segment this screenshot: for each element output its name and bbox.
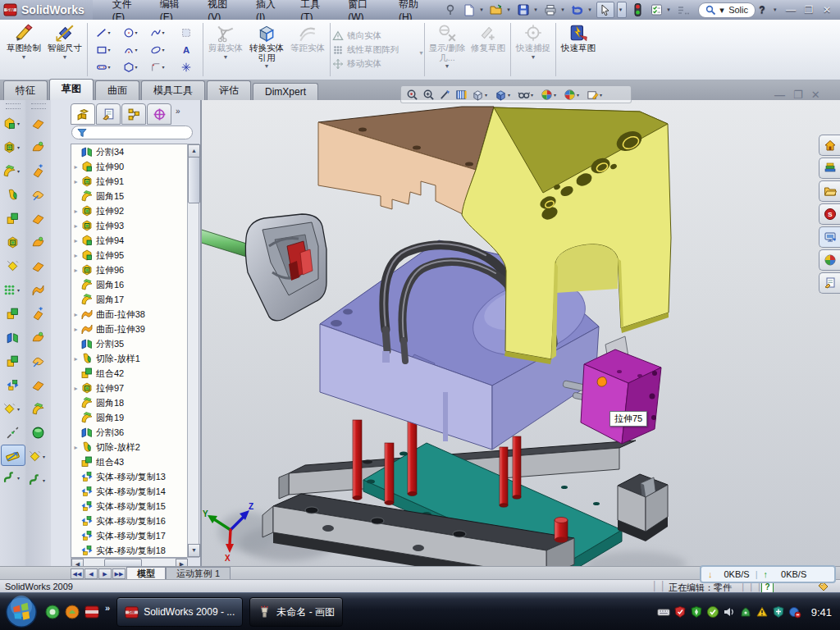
- expand-arrow[interactable]: ▸: [71, 237, 80, 244]
- print-icon[interactable]: [542, 2, 559, 17]
- 3d-model-exploded-mold-assembly[interactable]: Y Z X: [202, 100, 840, 566]
- quicklaunch-media-icon[interactable]: [65, 605, 80, 619]
- select-dropdown[interactable]: ▾: [617, 2, 627, 18]
- surfaces-boundary-surface-button[interactable]: [26, 207, 51, 231]
- doc-restore-button[interactable]: ❐: [793, 89, 803, 101]
- view-settings-icon[interactable]: ▾: [587, 89, 605, 101]
- ribbon-快速草图-button[interactable]: 快速草图: [558, 20, 599, 80]
- tree-item-曲面-拉伸39[interactable]: ▸曲面-拉伸39: [71, 322, 188, 336]
- tree-item-拉伸91[interactable]: ▸拉伸91: [71, 174, 188, 189]
- ribbon-移动实体-button[interactable]: 移动实体: [332, 58, 422, 70]
- command-tab-模具工具[interactable]: 模具工具: [141, 80, 205, 100]
- taskpane-design-library-tab[interactable]: [819, 158, 840, 179]
- toolbar-grip[interactable]: [6, 103, 21, 109]
- tree-vertical-scrollbar[interactable]: ▲ ▼: [187, 144, 199, 558]
- tab-nav-first[interactable]: ◀◀: [71, 568, 84, 579]
- doc-close-button[interactable]: ✕: [811, 89, 820, 101]
- stack-dropdown-arrow[interactable]: ▼: [418, 50, 424, 56]
- scroll-down-button[interactable]: ▼: [188, 544, 200, 557]
- toolbar-grip[interactable]: [31, 103, 46, 109]
- tree-item-拉伸97[interactable]: ▸拉伸97: [71, 381, 188, 395]
- help-icon[interactable]: ?: [756, 4, 769, 16]
- ribbon-显示/删除几...-button[interactable]: 显示/删除几...▼: [427, 20, 468, 80]
- tree-item-圆角18[interactable]: 圆角18: [71, 395, 188, 410]
- arc-icon[interactable]: ▾: [118, 41, 145, 58]
- features-combine-bodies-button[interactable]: [1, 207, 25, 231]
- command-tab-评估[interactable]: 评估: [207, 80, 251, 100]
- traffic-light-icon[interactable]: [629, 2, 646, 17]
- options-checklist-icon[interactable]: [648, 2, 664, 17]
- tab-nav-next[interactable]: ▶: [98, 568, 112, 579]
- point-icon[interactable]: [172, 58, 199, 75]
- surfaces-surface-fillet-button[interactable]: [26, 397, 51, 421]
- tree-item-拉伸90[interactable]: ▸拉伸90: [71, 159, 188, 174]
- expand-arrow[interactable]: ▸: [71, 385, 80, 392]
- help-dropdown[interactable]: ▾: [774, 7, 779, 13]
- surfaces-extend-surface-button[interactable]: [26, 302, 51, 326]
- zoom-fit-icon[interactable]: [406, 89, 418, 101]
- ribbon-修复草图-button[interactable]: 修复草图: [468, 20, 509, 80]
- tab-motion-study[interactable]: 运动算例 1: [166, 567, 231, 580]
- base-right-end-block[interactable]: [618, 474, 668, 541]
- zoom-area-icon[interactable]: [422, 89, 435, 101]
- addins-icon[interactable]: [675, 2, 692, 17]
- expand-arrow[interactable]: ▸: [71, 326, 80, 333]
- ribbon-智能尺寸-button[interactable]: 智能尺寸▼: [44, 20, 85, 80]
- options-dropdown[interactable]: ▾: [667, 7, 673, 13]
- surfaces-surface-curve-button[interactable]: ▾: [26, 468, 51, 492]
- expand-arrow[interactable]: ▸: [71, 163, 80, 171]
- save-icon[interactable]: [515, 2, 532, 17]
- tree-item-实体-移动/复制14[interactable]: 实体-移动/复制14: [71, 484, 188, 499]
- taskpane-file-explorer-tab[interactable]: [819, 180, 840, 202]
- expand-arrow[interactable]: ▸: [71, 222, 80, 230]
- restore-button[interactable]: ❐: [802, 4, 815, 16]
- open-icon[interactable]: [488, 2, 504, 17]
- keyboard-tray-icon[interactable]: [657, 605, 670, 619]
- features-curve-button[interactable]: [1, 421, 25, 445]
- rectangle-icon[interactable]: ▾: [91, 41, 118, 58]
- undo-icon[interactable]: [569, 2, 586, 17]
- tab-property-manager[interactable]: [96, 103, 121, 125]
- surfaces-lofted-surface-button[interactable]: [26, 183, 51, 207]
- taskbar-task-SolidWorks 2009 - ...[interactable]: SWSolidWorks 2009 - ...: [116, 597, 243, 627]
- tab-configuration-manager[interactable]: [121, 103, 146, 125]
- tree-item-圆角17[interactable]: 圆角17: [71, 292, 188, 307]
- dropdown-arrow[interactable]: ▼: [264, 63, 270, 69]
- features-lofted-boss-button[interactable]: [1, 183, 25, 207]
- save-dropdown[interactable]: ▾: [534, 7, 540, 13]
- surfaces-thicken-button[interactable]: [26, 421, 51, 445]
- surfaces-swept-surface-button[interactable]: [26, 159, 51, 183]
- circle-icon[interactable]: ▾: [118, 24, 145, 41]
- messenger-status-tray-icon[interactable]: [788, 605, 801, 619]
- ribbon-快速捕捉-button[interactable]: 快速捕捉▼: [513, 20, 554, 80]
- tab-dimxpert-manager[interactable]: [147, 103, 171, 125]
- surfaces-freeform-surface-button[interactable]: [26, 278, 51, 302]
- search-scope-dropdown[interactable]: ▾: [719, 5, 725, 16]
- hide-show-items-icon[interactable]: ▾: [518, 89, 536, 101]
- expand-arrow[interactable]: ▸: [71, 355, 80, 363]
- expand-arrow[interactable]: ▸: [71, 178, 80, 185]
- magenta-slide-block[interactable]: [581, 349, 661, 444]
- tree-item-曲面-拉伸38[interactable]: ▸曲面-拉伸38: [71, 307, 188, 322]
- line-icon[interactable]: ▾: [91, 24, 118, 41]
- features-reference-geometry-button[interactable]: ▾: [1, 397, 25, 421]
- features-fillet-button[interactable]: ▾: [1, 159, 25, 183]
- tree-item-拉伸93[interactable]: ▸拉伸93: [71, 218, 188, 233]
- search-box[interactable]: ▾ Solic: [698, 2, 756, 18]
- surfaces-trim-surface-button[interactable]: [26, 326, 51, 349]
- pin-icon[interactable]: [442, 2, 459, 17]
- sketch-fillet-icon[interactable]: ▾: [145, 58, 172, 75]
- tree-item-分割36[interactable]: 分割36: [71, 425, 188, 440]
- volume-tray-icon[interactable]: [723, 605, 736, 619]
- taskpane-custom-properties-tab[interactable]: [819, 272, 840, 294]
- dropdown-arrow[interactable]: ▼: [445, 63, 450, 69]
- dropdown-arrow[interactable]: ▼: [531, 54, 536, 60]
- select-tool-icon[interactable]: [596, 2, 614, 18]
- expand-arrow[interactable]: ▸: [71, 208, 80, 215]
- ribbon-镜向实体-button[interactable]: 镜向实体: [332, 30, 422, 42]
- tree-item-组合42[interactable]: 组合42: [71, 366, 188, 381]
- ribbon-草图绘制-button[interactable]: 草图绘制▼: [3, 20, 44, 80]
- scroll-thumb[interactable]: [188, 157, 200, 203]
- tree-item-切除-放样2[interactable]: ▸切除-放样2: [71, 440, 188, 454]
- surfaces-surface-reference-button[interactable]: ▾: [26, 445, 51, 468]
